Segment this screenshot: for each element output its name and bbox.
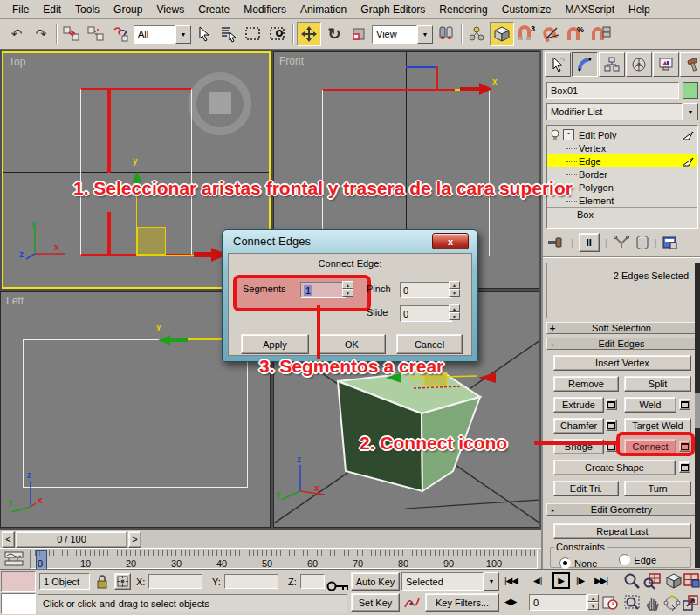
tab-utilities-icon[interactable] xyxy=(680,52,700,77)
collapse-box-icon[interactable]: - xyxy=(563,129,574,140)
chamfer-settings-icon[interactable] xyxy=(606,420,617,431)
configure-modifier-sets-icon[interactable] xyxy=(662,236,678,249)
connect-edges-dialog[interactable]: Connect Edges x Connect Edge: Segments 1… xyxy=(222,229,478,362)
menu-tools[interactable]: Tools xyxy=(68,2,106,17)
undo-icon[interactable]: ↶ xyxy=(5,23,28,45)
x-coordinate-field[interactable] xyxy=(148,574,202,589)
y-coordinate-field[interactable] xyxy=(224,574,278,589)
play-button[interactable]: ▶ xyxy=(552,572,570,589)
panel-scrollbar-thumb[interactable] xyxy=(695,393,700,428)
menu-edit[interactable]: Edit xyxy=(36,2,68,17)
selection-filter-dropdown[interactable]: All ▼ xyxy=(134,25,191,44)
ok-button[interactable]: OK xyxy=(318,334,386,354)
panel-scrollbar[interactable] xyxy=(695,263,700,568)
stack-row-vertex[interactable]: Vertex xyxy=(547,141,697,154)
selection-lock-icon[interactable] xyxy=(96,574,108,589)
select-and-scale-icon[interactable] xyxy=(347,23,370,45)
key-mode-toggle-icon[interactable]: ◀▶ xyxy=(504,597,516,606)
tab-motion-icon[interactable] xyxy=(626,52,652,77)
stack-row-edit-poly[interactable]: - Edit Poly xyxy=(547,128,697,141)
time-configuration-icon[interactable] xyxy=(602,595,618,610)
key-filter-selection-dropdown[interactable]: Selected ▼ xyxy=(401,572,499,591)
menu-modifiers[interactable]: Modifiers xyxy=(237,2,293,17)
dialog-close-button[interactable]: x xyxy=(432,233,469,249)
stack-row-edge-selected[interactable]: Edge xyxy=(547,154,697,167)
reference-coordinate-dropdown[interactable]: View ▼ xyxy=(372,25,433,44)
zoom-extents-icon[interactable] xyxy=(665,572,683,590)
extrude-settings-icon[interactable] xyxy=(606,399,617,410)
apply-button[interactable]: Apply xyxy=(241,334,309,354)
lightbulb-icon[interactable] xyxy=(550,129,560,140)
object-color-swatch[interactable] xyxy=(683,82,698,99)
spinner-up-icon[interactable]: ▲ xyxy=(587,594,599,602)
menu-help[interactable]: Help xyxy=(621,2,657,17)
angle-snap-icon[interactable] xyxy=(540,23,563,45)
menu-file[interactable]: File xyxy=(5,2,36,17)
percent-snap-icon[interactable]: % xyxy=(565,23,587,45)
rollout-soft-selection[interactable]: +Soft Selection xyxy=(546,322,697,334)
show-end-result-icon[interactable]: II xyxy=(579,233,600,252)
menu-animation[interactable]: Animation xyxy=(293,2,353,17)
rollout-edit-geometry[interactable]: -Edit Geometry xyxy=(546,503,697,516)
edit-tri-button[interactable]: Edit Tri. xyxy=(553,481,619,496)
spinner-down-icon[interactable]: ▼ xyxy=(449,289,460,297)
spinner-up-icon[interactable]: ▲ xyxy=(449,304,460,312)
stack-row-box[interactable]: Box xyxy=(547,207,697,221)
window-crossing-icon[interactable] xyxy=(266,23,289,45)
use-pivot-point-icon[interactable] xyxy=(435,23,457,45)
frame-spinner[interactable]: ▲▼ xyxy=(587,594,599,610)
select-and-move-icon[interactable] xyxy=(297,22,321,46)
select-and-link-icon[interactable] xyxy=(60,23,83,45)
maxscript-mini-listener-white[interactable] xyxy=(1,593,36,614)
track-bar-ruler[interactable]: 0 10 20 30 40 50 60 70 80 90 100 xyxy=(30,550,538,569)
spinner-down-icon[interactable]: ▼ xyxy=(587,602,599,610)
time-slider-next-button[interactable]: > xyxy=(128,531,141,548)
key-filters-button[interactable]: Key Filters... xyxy=(425,593,499,612)
spinner-down-icon[interactable]: ▼ xyxy=(449,312,460,320)
key-filter-arrow-icon[interactable]: ▼ xyxy=(484,572,499,591)
bind-to-space-warp-icon[interactable] xyxy=(109,23,132,45)
zoom-extents-all-icon[interactable] xyxy=(683,572,700,590)
maximize-viewport-toggle-icon[interactable] xyxy=(682,594,699,612)
menu-group[interactable]: Group xyxy=(106,2,149,17)
spinner-up-icon[interactable]: ▲ xyxy=(342,281,353,289)
select-object-icon[interactable] xyxy=(193,23,216,45)
previous-frame-icon[interactable]: ◀| xyxy=(533,576,542,585)
arc-rotate-icon[interactable] xyxy=(663,594,681,612)
go-to-end-icon[interactable]: ▶▶| xyxy=(594,576,607,585)
rollout-edit-edges[interactable]: -Edit Edges xyxy=(546,338,697,350)
weld-button[interactable]: Weld xyxy=(624,397,676,413)
extrude-button[interactable]: Extrude xyxy=(553,397,604,413)
reference-coordinate-arrow-icon[interactable]: ▼ xyxy=(417,25,433,44)
auto-key-button[interactable]: Auto Key xyxy=(351,572,400,591)
make-unique-icon[interactable] xyxy=(613,236,630,249)
insert-vertex-button[interactable]: Insert Vertex xyxy=(553,355,691,371)
chamfer-button[interactable]: Chamfer xyxy=(553,418,604,434)
slide-field[interactable]: 0 xyxy=(400,305,452,322)
zoom-all-icon[interactable] xyxy=(642,572,662,590)
select-and-rotate-icon[interactable]: ↻ xyxy=(323,23,346,45)
selection-filter-arrow-icon[interactable]: ▼ xyxy=(175,25,191,44)
next-frame-icon[interactable]: |▶ xyxy=(576,576,585,585)
weld-settings-icon[interactable] xyxy=(679,399,690,410)
segments-field[interactable]: 1 xyxy=(300,282,346,298)
z-coordinate-field[interactable] xyxy=(300,574,325,589)
time-slider-prev-button[interactable]: < xyxy=(2,531,15,548)
select-and-manipulate-icon[interactable] xyxy=(465,23,488,45)
zoom-region-icon[interactable] xyxy=(623,594,641,612)
open-mini-curve-editor-icon[interactable] xyxy=(4,551,25,567)
menu-rendering[interactable]: Rendering xyxy=(432,2,494,17)
pin-stack-icon[interactable] xyxy=(546,235,566,250)
pinch-spinner[interactable]: ▲▼ xyxy=(449,281,460,297)
menu-graph-editors[interactable]: Graph Editors xyxy=(353,2,432,17)
time-slider-handle[interactable]: 0 / 100 xyxy=(16,531,127,548)
set-key-curve-icon[interactable] xyxy=(403,596,421,610)
menu-maxscript[interactable]: MAXScript xyxy=(558,2,621,17)
snaps-toggle-icon[interactable] xyxy=(490,22,514,46)
zoom-icon[interactable] xyxy=(623,572,641,590)
constraint-none-radio[interactable]: None xyxy=(559,557,597,569)
redo-icon[interactable]: ↷ xyxy=(30,23,52,45)
current-frame-field[interactable]: 0 xyxy=(529,594,587,611)
modifier-list-arrow-icon[interactable]: ▼ xyxy=(683,103,698,120)
split-button[interactable]: Split xyxy=(624,376,691,392)
